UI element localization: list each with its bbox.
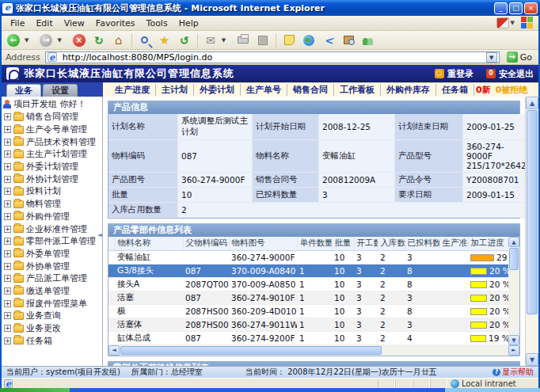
messenger-button[interactable]: < bbox=[320, 32, 337, 48]
expand-icon[interactable]: + bbox=[4, 213, 11, 220]
scroll-right-icon[interactable]: ► bbox=[508, 345, 519, 356]
nav-production-progress[interactable]: 生产进度 bbox=[109, 84, 156, 96]
sidebar-item-outsource-plan[interactable]: +外委计划管理 bbox=[2, 161, 102, 173]
table-row[interactable]: 变幅油缸360-274-9000F1032329 % bbox=[108, 250, 509, 264]
sidebar-item-purchased-parts[interactable]: +外购件管理 bbox=[2, 211, 102, 223]
expand-icon[interactable]: + bbox=[4, 275, 11, 282]
home-button[interactable]: ⌂ bbox=[110, 32, 127, 48]
expand-icon[interactable]: + bbox=[4, 325, 11, 332]
sidebar-item-feeding-plan[interactable]: +投料计划 bbox=[2, 185, 102, 198]
col-header[interactable]: 批量 bbox=[332, 237, 354, 250]
search-button[interactable] bbox=[136, 32, 154, 48]
col-header[interactable]: 开工数 bbox=[354, 237, 378, 250]
maximize-button[interactable]: □ bbox=[509, 2, 523, 14]
sidebar-item-coop-order[interactable]: +外协单管理 bbox=[2, 260, 102, 272]
windows-taskbar[interactable] bbox=[0, 388, 540, 392]
sidebar-item-scrap-mgmt[interactable]: +报废件管理菜单 bbox=[2, 297, 102, 310]
expand-icon[interactable]: + bbox=[4, 250, 11, 257]
sidebar-item-material-mgmt[interactable]: +物料管理 bbox=[2, 198, 102, 211]
col-header[interactable]: 已投料数 bbox=[405, 237, 439, 250]
nav-production-order[interactable]: 生产单号 bbox=[241, 84, 287, 96]
nav-master-plan[interactable]: 主计划 bbox=[156, 84, 194, 96]
sidebar-item-product-dispatch[interactable]: +产品派工单管理 bbox=[2, 272, 102, 285]
address-dropdown-caret[interactable]: ▼ bbox=[486, 52, 497, 63]
go-button[interactable]: → Go bbox=[503, 51, 536, 63]
col-header[interactable]: 物料图号 bbox=[229, 237, 297, 250]
system-tray-edge[interactable] bbox=[445, 388, 540, 392]
parts-horizontal-scrollbar[interactable]: ◄ ► bbox=[108, 345, 519, 356]
minimize-button[interactable]: _ bbox=[494, 2, 508, 14]
expand-icon[interactable]: + bbox=[4, 126, 11, 133]
print-button[interactable] bbox=[234, 32, 252, 48]
sidebar-item-production-order[interactable]: +生产令号单管理 bbox=[2, 124, 102, 136]
scroll-thumb[interactable] bbox=[509, 248, 519, 270]
menu-file[interactable]: File bbox=[5, 17, 30, 30]
sidebar-item-standard-parts[interactable]: +企业标准件管理 bbox=[2, 223, 102, 235]
expand-icon[interactable]: + bbox=[4, 113, 11, 120]
nav-work-board[interactable]: 工作看板 bbox=[334, 84, 381, 96]
address-input[interactable]: e http://localhost:8080/MPS/login.do ▼ bbox=[45, 51, 500, 63]
parts-vertical-scrollbar[interactable]: ▲ ▼ bbox=[508, 237, 519, 345]
expand-icon[interactable]: + bbox=[4, 226, 11, 233]
col-header[interactable]: 父物料编码 bbox=[183, 237, 229, 250]
page-vertical-scrollbar[interactable]: ▲ ▼ bbox=[525, 97, 538, 366]
nav-purchased-stock[interactable]: 外购件库存 bbox=[381, 84, 436, 96]
mail-dropdown-caret[interactable]: ▼ bbox=[222, 37, 226, 44]
sidebar-item-task-box[interactable]: +任务箱 bbox=[2, 334, 102, 347]
table-row[interactable]: 极2087HS002360-209-4D01011032820 % bbox=[108, 304, 509, 318]
back-dropdown-caret[interactable]: ▼ bbox=[25, 37, 29, 44]
scroll-up-icon[interactable]: ▲ bbox=[508, 237, 519, 247]
nav-sales-contract[interactable]: 销售合同 bbox=[287, 84, 334, 96]
menu-help[interactable]: Help bbox=[173, 17, 204, 30]
table-row[interactable]: 活塞体2087HS002360-274-9011W11032320 % bbox=[108, 318, 509, 331]
start-button-edge[interactable] bbox=[0, 388, 70, 392]
sidebar-item-master-plan[interactable]: +主生产计划管理 bbox=[2, 148, 102, 161]
menu-edit[interactable]: Edit bbox=[30, 17, 58, 30]
table-row[interactable]: 接头A2087QT002370-009-A085011032820 % bbox=[108, 277, 509, 291]
history-button[interactable]: ↺ bbox=[176, 32, 193, 48]
relogin-button[interactable]: 重登录 bbox=[435, 68, 473, 80]
sidebar-item-business-query[interactable]: +业务查询 bbox=[2, 310, 102, 322]
expand-icon[interactable]: + bbox=[4, 300, 11, 307]
expand-icon[interactable]: + bbox=[4, 139, 11, 146]
forward-dropdown-caret[interactable]: ▼ bbox=[57, 37, 61, 44]
scroll-thumb[interactable] bbox=[120, 346, 382, 355]
close-button[interactable]: × bbox=[524, 2, 538, 14]
stop-button[interactable]: × bbox=[70, 32, 88, 48]
sidebar-item-tech-docs[interactable]: +产品技术资料管理 bbox=[2, 135, 102, 148]
adobe-pdf-icon[interactable] bbox=[496, 17, 509, 29]
table-row-selected[interactable]: G3/8接头087370-009-A084011032820 % bbox=[108, 264, 509, 277]
sidebar-item-sales-contract[interactable]: +销售合同管理 bbox=[2, 111, 102, 124]
col-header[interactable]: 物料名称 bbox=[115, 237, 183, 250]
expand-icon[interactable]: + bbox=[4, 163, 11, 170]
expand-icon[interactable]: + bbox=[4, 287, 11, 295]
col-header[interactable]: 单件数量 bbox=[297, 237, 332, 250]
menu-favorites[interactable]: Favorites bbox=[90, 17, 141, 30]
expand-icon[interactable]: + bbox=[4, 200, 11, 207]
scroll-left-icon[interactable]: ◄ bbox=[108, 345, 120, 356]
expand-icon[interactable]: + bbox=[4, 263, 11, 270]
discuss-button[interactable] bbox=[300, 32, 318, 48]
expand-icon[interactable]: + bbox=[4, 176, 11, 183]
expand-icon[interactable]: + bbox=[4, 312, 11, 319]
contacts-button[interactable] bbox=[359, 32, 377, 48]
tab-business[interactable]: 业务 bbox=[6, 84, 41, 97]
nav-task-box[interactable]: 任务箱 bbox=[436, 84, 474, 96]
refresh-button[interactable]: ↻ bbox=[90, 32, 108, 48]
favorites-button[interactable]: ★ bbox=[156, 32, 173, 48]
sidebar-item-outsource-order[interactable]: +外委单管理 bbox=[2, 248, 102, 261]
sidebar-item-coop-plan[interactable]: +外协计划管理 bbox=[2, 173, 102, 185]
pdf-dropdown-caret[interactable]: ▼ bbox=[511, 20, 515, 26]
sidebar-item-delivery-note[interactable]: +缴送单管理 bbox=[2, 285, 102, 298]
mail-button[interactable]: ✉ bbox=[202, 32, 219, 48]
edit-button[interactable] bbox=[254, 32, 272, 48]
menu-tools[interactable]: Tools bbox=[141, 17, 173, 30]
sidebar-splitter-arrow[interactable]: ◄ bbox=[97, 231, 102, 238]
back-button[interactable]: ← bbox=[5, 32, 22, 48]
forward-button[interactable]: → bbox=[37, 32, 55, 48]
sidebar-item-parts-dispatch[interactable]: +零部件派工单管理 bbox=[2, 235, 102, 248]
scroll-down-icon[interactable]: ▼ bbox=[508, 335, 519, 345]
research-button[interactable] bbox=[340, 32, 357, 48]
scroll-down-icon[interactable]: ▼ bbox=[526, 353, 538, 366]
expand-icon[interactable]: + bbox=[4, 150, 11, 158]
